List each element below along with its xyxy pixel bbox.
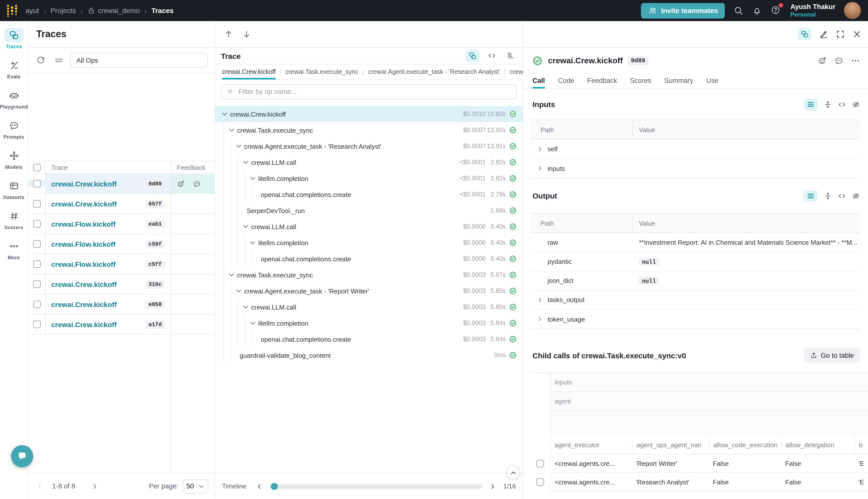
table-row[interactable]: crewai.Crew.kickoff657f	[28, 194, 214, 214]
table-row[interactable]: crewai.Crew.kickoffa17d	[28, 315, 214, 335]
timeline-slider[interactable]	[270, 484, 482, 489]
sidebar-item-prompts[interactable]: Prompts	[0, 119, 28, 149]
op-name-filter-input[interactable]	[238, 87, 511, 96]
tree-row[interactable]: openai.chat.completions.create<$0.00012.…	[215, 186, 523, 203]
breadcrumb-item-Projects[interactable]: Projects	[50, 7, 76, 15]
trace-link[interactable]: crewai.Crew.kickoff	[51, 320, 116, 328]
comment-icon[interactable]	[834, 56, 843, 65]
scroll-to-top-button[interactable]	[506, 466, 520, 479]
trace-id-badge[interactable]: e058	[146, 300, 165, 308]
tree-row[interactable]: crewai.Crew.kickoff$0.001019.83s	[215, 106, 523, 122]
tree-row[interactable]: openai.chat.completions.create$0.00035.8…	[215, 331, 523, 347]
tab-code[interactable]: Code	[558, 74, 574, 88]
trace-link[interactable]: crewai.Flow.kickoff	[51, 220, 115, 228]
timeline-next-button[interactable]	[487, 480, 498, 492]
edit-icon[interactable]	[819, 30, 828, 39]
table-row[interactable]: crewai.Flow.kickoffc59f	[28, 234, 214, 254]
wandb-logo-icon[interactable]	[5, 4, 18, 17]
prev-trace-button[interactable]	[222, 28, 235, 41]
trace-link[interactable]: crewai.Flow.kickoff	[51, 240, 115, 248]
hide-icon[interactable]	[852, 192, 860, 200]
trace-link[interactable]: crewai.Flow.kickoff	[51, 260, 115, 268]
row-checkbox[interactable]	[33, 320, 40, 328]
tree-row[interactable]: crewai.LLM.call<$0.00012.82s	[215, 154, 523, 170]
comment-icon[interactable]	[193, 180, 201, 188]
search-icon[interactable]	[734, 5, 744, 15]
tree-view-button[interactable]	[466, 50, 480, 62]
tree-row[interactable]: crewai.Agent.execute_task - 'Research An…	[215, 138, 523, 154]
help-button[interactable]	[771, 5, 781, 16]
row-checkbox[interactable]	[33, 240, 40, 248]
kv-row[interactable]: pydanticnull	[531, 252, 860, 271]
hide-icon[interactable]	[852, 100, 860, 108]
sidebar-item-playground[interactable]: Playground	[0, 88, 28, 119]
row-checkbox[interactable]	[33, 280, 40, 288]
table-row[interactable]: crewai.Flow.kickoffc5ff	[28, 254, 214, 275]
flame-view-button[interactable]	[504, 50, 518, 62]
kv-row[interactable]: tasks_output	[531, 291, 860, 309]
row-checkbox[interactable]	[33, 301, 40, 308]
tab-scores[interactable]: Scores	[630, 74, 651, 88]
sidebar-item-models[interactable]: Models	[0, 149, 28, 179]
tree-row[interactable]: guardrail-validate_blog_content0ms	[215, 347, 523, 363]
tree-row[interactable]: crewai.LLM.call$0.00035.85s	[215, 299, 523, 315]
trace-link[interactable]: crewai.Crew.kickoff	[51, 280, 116, 288]
trace-link[interactable]: crewai.Crew.kickoff	[51, 300, 116, 308]
trace-link[interactable]: crewai.Crew.kickoff	[51, 200, 116, 208]
sidebar-item-more[interactable]: More	[0, 239, 28, 269]
fullscreen-icon[interactable]	[836, 30, 845, 39]
row-checkbox[interactable]	[536, 460, 544, 467]
next-page-button[interactable]	[89, 480, 100, 492]
user-menu[interactable]: Ayush Thakur Personal	[790, 3, 835, 18]
table-row[interactable]: crewai.Crew.kickoff316c	[28, 275, 214, 294]
avatar[interactable]	[844, 2, 861, 19]
trace-id-badge[interactable]: 316c	[146, 280, 165, 288]
overflow-menu-icon[interactable]	[851, 56, 860, 65]
add-reaction-icon[interactable]	[177, 180, 185, 188]
chevron-right-icon[interactable]	[537, 165, 543, 171]
tree-row[interactable]: litellm.completion<$0.00012.82s	[215, 170, 523, 186]
table-row[interactable]: crewai.Crew.kickoffe058	[28, 294, 214, 315]
sidebar-item-datasets[interactable]: Datasets	[0, 179, 28, 209]
list-view-button[interactable]	[804, 98, 818, 110]
tree-row[interactable]: crewai.LLM.call$0.00069.40s	[215, 219, 523, 235]
tree-row[interactable]: litellm.completion$0.00069.40s	[215, 235, 523, 251]
row-checkbox[interactable]	[33, 200, 40, 208]
chevron-right-icon[interactable]	[537, 146, 543, 152]
tree-row[interactable]: SerperDevTool._run1.66s	[215, 203, 523, 219]
expand-rows-icon[interactable]	[824, 192, 832, 200]
kv-row[interactable]: token_usage	[531, 309, 860, 329]
trace-id-badge[interactable]: eab1	[146, 220, 165, 228]
kv-row[interactable]: self	[531, 140, 860, 159]
path-tab-3[interactable]: crewai.LLM.cal	[510, 64, 523, 80]
chevron-right-icon[interactable]	[537, 316, 543, 322]
close-icon[interactable]	[853, 30, 861, 39]
breadcrumb-item-ayut[interactable]: ayut	[26, 7, 39, 15]
ops-filter-select[interactable]: All Ops	[70, 53, 208, 68]
per-page-select[interactable]: 50	[182, 479, 209, 493]
path-tab-0[interactable]: crewai.Crew.kickoff	[222, 64, 276, 80]
peek-tree-button[interactable]	[798, 28, 812, 40]
row-checkbox[interactable]	[536, 478, 544, 486]
select-all-checkbox[interactable]	[33, 163, 40, 171]
sidebar-item-traces[interactable]: Traces	[0, 28, 28, 58]
trace-id-badge[interactable]: 657f	[146, 200, 165, 208]
code-view-button[interactable]	[485, 50, 499, 62]
row-checkbox[interactable]	[33, 180, 40, 187]
tree-row[interactable]: litellm.completion$0.00035.84s	[215, 315, 523, 331]
notifications-icon[interactable]	[752, 5, 762, 15]
tab-use[interactable]: Use	[706, 74, 718, 88]
tree-row[interactable]: openai.chat.completions.create$0.00069.4…	[215, 251, 523, 267]
sidebar-item-evals[interactable]: Evals	[0, 58, 28, 88]
table-row[interactable]: crewai.Crew.kickoff9d89	[28, 174, 214, 194]
path-tab-1[interactable]: crewai.Task.execute_sync	[285, 64, 358, 80]
kv-row[interactable]: json_dictnull	[531, 271, 860, 291]
go-to-table-button[interactable]: Go to table	[804, 348, 860, 363]
trace-id-badge[interactable]: c59f	[146, 240, 165, 248]
json-view-icon[interactable]	[838, 192, 846, 200]
tree-row[interactable]: crewai.Agent.execute_task - 'Report Writ…	[215, 283, 523, 299]
trace-link[interactable]: crewai.Crew.kickoff	[51, 180, 116, 188]
trace-id-badge[interactable]: c5ff	[146, 260, 165, 268]
invite-teammates-button[interactable]: Invite teammates	[641, 3, 725, 19]
tab-feedback[interactable]: Feedback	[587, 74, 617, 88]
